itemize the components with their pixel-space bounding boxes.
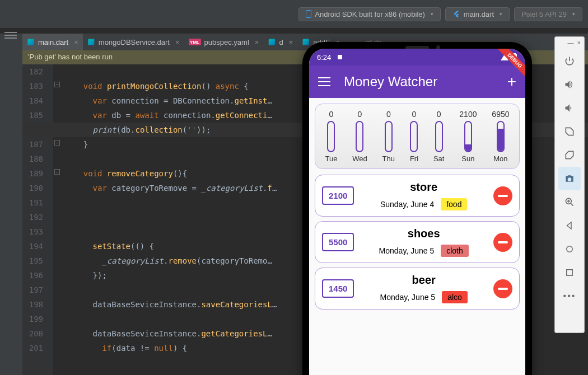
home-icon[interactable] [558,237,581,261]
emulator-label: Pixel 5 API 29 [521,10,567,18]
target-device-selector[interactable]: Android SDK built for x86 (mobile) [298,7,441,21]
day-value: 6950 [492,110,509,119]
day-column: 0Wed [352,110,367,163]
drawer-menu-icon[interactable] [318,81,330,82]
delete-expense-button[interactable] [493,233,512,252]
ide-top-toolbar: Android SDK built for x86 (mobile) main.… [0,0,588,28]
svg-rect-3 [338,55,342,59]
status-time: 6:24 [317,53,331,62]
camera-icon[interactable] [558,167,581,190]
line-number: 190 [22,181,43,195]
editor-tab[interactable]: YMLpubspec.yaml× [184,34,264,50]
delete-expense-button[interactable] [493,279,512,298]
line-number: 198 [22,297,43,312]
day-bar-track [410,121,418,152]
day-bar-fill [465,144,471,151]
phone-device-frame: DEBUG 6:24 Money Watcher + 0Tue0Wed0Thu0… [302,42,532,375]
tab-label: d [279,38,283,46]
editor-tab[interactable]: d× [263,34,297,50]
power-icon[interactable] [558,49,581,73]
expense-title: shoes [408,227,440,240]
left-gutter [0,34,22,375]
expense-category-tag: alco [442,291,468,303]
day-label: Tue [325,154,337,163]
close-icon[interactable]: × [577,39,581,49]
day-column: 0Thu [382,110,395,163]
line-number: 189 [22,166,43,181]
editor-tab[interactable]: main.dart× [22,34,83,50]
line-number: 195 [22,254,43,268]
day-column: 2100Sun [459,110,477,163]
weekly-chart: 0Tue0Wed0Thu0Fri0Sat2100Sun6950Mon [315,104,520,169]
expense-details: beerMonday, June 5alco [363,274,484,303]
run-config-selector[interactable]: main.dart [445,7,510,21]
day-bar-track [327,121,335,152]
line-number: 201 [22,341,43,355]
day-label: Mon [493,154,507,163]
expenses-list: 2100storeSunday, June 4food5500shoesMond… [309,175,525,310]
dart-icon [302,38,310,46]
app-title: Money Watcher [344,74,494,90]
expense-date: Monday, June 5 [380,293,436,302]
day-label: Thu [382,154,395,163]
flutter-icon [452,10,460,18]
delete-expense-button[interactable] [493,186,512,205]
editor-gutter: 1821831841851861871881891901911921931941… [22,64,53,375]
tool-window-toggle-icon[interactable] [4,35,17,36]
expense-card[interactable]: 1450beerMonday, June 5alco [315,268,520,310]
day-value: 0 [358,110,362,119]
svg-rect-2 [567,270,573,276]
day-value: 0 [412,110,417,119]
day-label: Sun [461,154,474,163]
rotate-right-icon[interactable] [558,143,581,167]
android-status-bar: 6:24 [309,49,525,65]
volume-down-icon[interactable] [558,96,581,120]
expense-title: store [410,181,437,194]
day-value: 0 [437,110,441,119]
dart-icon [27,38,35,46]
emulator-panel-titlebar: — × [555,39,584,49]
add-expense-button[interactable]: + [507,73,516,91]
tab-close-icon[interactable]: × [175,38,180,46]
dart-icon [87,38,95,46]
line-number: 184 [22,93,43,108]
volume-up-icon[interactable] [558,73,581,96]
day-bar-track [385,121,393,152]
expense-amount: 5500 [322,233,354,251]
expense-card[interactable]: 5500shoesMonday, June 5cloth [315,221,520,263]
day-label: Wed [352,154,367,163]
rotate-left-icon[interactable] [558,120,581,143]
day-value: 0 [386,110,391,119]
tab-close-icon[interactable]: × [289,38,293,46]
line-number: 194 [22,239,43,254]
fold-column: − − − [53,64,62,375]
tab-close-icon[interactable]: × [255,38,259,46]
editor-tab[interactable]: mongoDBService.dart× [83,34,184,50]
line-number: 183 [22,79,43,93]
run-config-label: main.dart [464,10,494,18]
day-bar-track [356,121,363,152]
overview-icon[interactable] [558,261,581,284]
expense-card[interactable]: 2100storeSunday, June 4food [315,175,520,217]
expense-category-tag: food [441,198,467,210]
fold-toggle-icon[interactable]: − [54,140,60,146]
day-column: 0Sat [433,110,445,163]
minimize-icon[interactable]: — [568,39,574,49]
more-icon[interactable]: ••• [558,284,581,308]
app-bar: Money Watcher + [309,65,525,98]
zoom-icon[interactable] [558,190,581,214]
line-number: 187 [22,137,43,152]
expense-category-tag: cloth [441,245,469,257]
day-column: 6950Mon [492,110,509,163]
day-column: 0Tue [325,110,337,163]
emulator-selector[interactable]: Pixel 5 API 29 [514,7,582,21]
tab-label: mongoDBService.dart [99,38,170,46]
tab-close-icon[interactable]: × [74,38,78,46]
day-label: Sat [433,154,445,163]
day-bar-track [464,121,472,152]
fold-toggle-icon[interactable]: − [54,169,60,175]
line-number: 185 [22,108,43,123]
fold-toggle-icon[interactable]: − [54,82,60,87]
back-icon[interactable] [558,214,581,237]
day-bar-track [497,121,505,152]
